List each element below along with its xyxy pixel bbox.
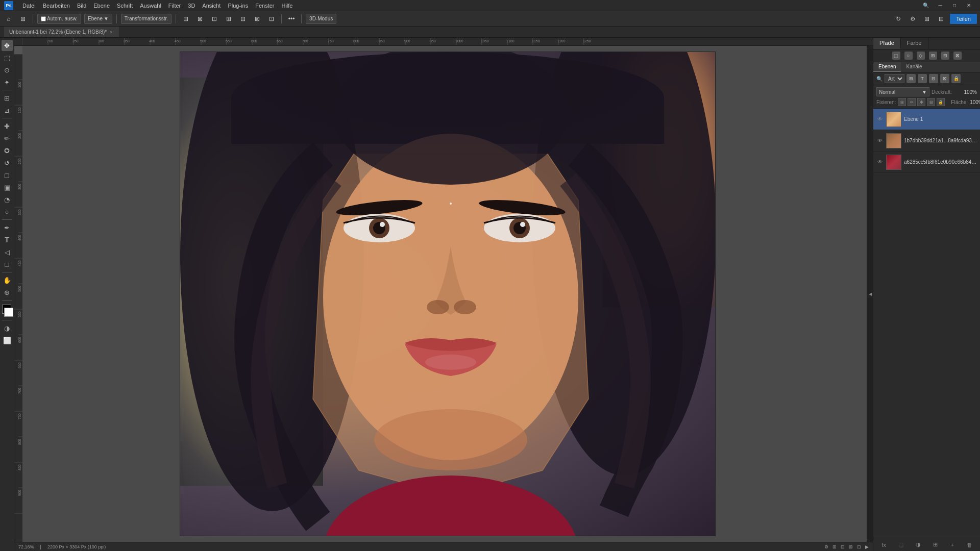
grid-icon[interactable]: ⊞: [921, 13, 933, 24]
text-tool[interactable]: T: [2, 234, 13, 245]
brush-tool[interactable]: ✏: [2, 133, 13, 144]
tab-pfade[interactable]: Pfade: [873, 38, 901, 49]
path-select-tool[interactable]: ◁: [2, 246, 13, 258]
screen-mode-tool[interactable]: ⬜: [2, 335, 13, 346]
auto-select-checkbox[interactable]: [41, 16, 46, 21]
tab-ebenen[interactable]: Ebenen: [873, 62, 901, 72]
align-middle-icon[interactable]: ⊟: [237, 13, 249, 24]
menu-item-auswahl[interactable]: Auswahl: [140, 3, 161, 9]
menu-item-datei[interactable]: Datei: [22, 3, 36, 9]
arrange-icon[interactable]: ⊟: [936, 13, 947, 24]
transform-dropdown[interactable]: Transformationsstr.: [121, 14, 172, 24]
minimize-btn[interactable]: ─: [933, 0, 947, 11]
layer-item-1[interactable]: 👁 1b7dbb39dd21a1...8a9fcda93d5e72: [873, 130, 980, 152]
layer-type-select[interactable]: Art: [885, 74, 904, 83]
tab-farbe[interactable]: Farbe: [901, 38, 928, 49]
right-panel-collapse[interactable]: ◀: [867, 46, 873, 542]
tool-options-icon[interactable]: ⊞: [17, 13, 29, 24]
opacity-value[interactable]: 100%: [959, 89, 977, 95]
panel-icon-3[interactable]: ◇: [917, 52, 925, 60]
document-tab[interactable]: Unbenannt-1 bei 72,2% (Ebene 1, RGB/8)* …: [4, 27, 118, 37]
align-left-icon[interactable]: ⊟: [180, 13, 191, 24]
document-tab-close[interactable]: ×: [110, 30, 112, 35]
menu-item-bearbeiten[interactable]: Bearbeiten: [43, 3, 70, 9]
layer-adjustment-btn[interactable]: ◑: [914, 540, 923, 549]
delete-layer-btn[interactable]: 🗑: [965, 540, 974, 549]
lock-pixels-btn[interactable]: ✏: [908, 98, 916, 106]
menu-item-hilfe[interactable]: Hilfe: [281, 3, 292, 9]
blur-tool[interactable]: ◔: [2, 194, 13, 205]
menu-item-ebene[interactable]: Ebene: [93, 3, 110, 9]
zoom-tool[interactable]: ⊕: [2, 287, 13, 298]
settings-icon[interactable]: ⚙: [907, 13, 918, 24]
layer-item-0[interactable]: 👁 Ebene 1: [873, 109, 980, 130]
lock-all-btn[interactable]: 🔒: [937, 98, 945, 106]
shape-tool[interactable]: □: [2, 259, 13, 270]
search-btn[interactable]: 🔍: [919, 0, 933, 11]
lock-position-btn[interactable]: ✥: [917, 98, 925, 106]
layer-search-icon-2[interactable]: ⊞: [906, 74, 916, 83]
menu-item-fenster[interactable]: Fenster: [255, 3, 274, 9]
auto-select-btn[interactable]: Autom. ausw.: [37, 14, 81, 24]
crop-tool[interactable]: ⊞: [2, 92, 13, 104]
align-right-icon[interactable]: ⊡: [209, 13, 220, 24]
stamp-tool[interactable]: ✪: [2, 145, 13, 156]
quick-mask-tool[interactable]: ◑: [2, 322, 13, 334]
lock-transparent-btn[interactable]: ⊞: [898, 98, 906, 106]
menu-item-schrift[interactable]: Schrift: [117, 3, 133, 9]
align-bottom-icon[interactable]: ⊠: [252, 13, 263, 24]
layer-search-icon-6[interactable]: 🔒: [951, 74, 961, 83]
layer-group-btn[interactable]: ⊞: [930, 540, 940, 549]
status-icon-3[interactable]: ⊟: [841, 544, 845, 549]
layer-dropdown[interactable]: Ebene ▼: [84, 14, 112, 24]
layer-1-visibility[interactable]: 👁: [876, 138, 884, 143]
pen-tool[interactable]: ✒: [2, 222, 13, 233]
blend-mode-dropdown[interactable]: Normal ▼: [876, 87, 929, 96]
select-tool[interactable]: ⬚: [2, 52, 13, 63]
more-options-icon[interactable]: •••: [286, 13, 297, 24]
distribute-icon[interactable]: ⊡: [266, 13, 277, 24]
maximize-btn[interactable]: □: [947, 0, 962, 11]
dodge-tool[interactable]: ○: [2, 206, 13, 217]
panel-icon-5[interactable]: ⊟: [941, 52, 949, 60]
home-button[interactable]: ⌂: [3, 13, 14, 24]
layer-item-2[interactable]: 👁 a6285cc5fb8f61e0b90e66b8426d1b e7: [873, 152, 980, 173]
status-icon-4[interactable]: ⊠: [849, 544, 853, 549]
healing-tool[interactable]: ✚: [2, 120, 13, 132]
layer-style-btn[interactable]: fx: [879, 540, 889, 549]
status-icon-1[interactable]: ⚙: [824, 544, 828, 549]
menu-item-plugins[interactable]: Plug-ins: [228, 3, 248, 9]
canvas-image[interactable]: [22, 46, 873, 542]
layer-search-icon-3[interactable]: T: [918, 74, 927, 83]
menu-item-3d[interactable]: 3D: [188, 3, 195, 9]
layer-mask-btn[interactable]: ⬚: [896, 540, 905, 549]
menu-item-ansicht[interactable]: Ansicht: [202, 3, 220, 9]
hand-tool[interactable]: ✋: [2, 274, 13, 286]
rotate-icon[interactable]: ↻: [893, 13, 904, 24]
panel-icon-2[interactable]: ○: [904, 52, 913, 60]
panel-icon-4[interactable]: ⊞: [929, 52, 937, 60]
close-btn[interactable]: ✕: [962, 0, 976, 11]
history-brush-tool[interactable]: ↺: [2, 157, 13, 168]
align-center-icon[interactable]: ⊠: [194, 13, 206, 24]
tab-kanaele[interactable]: Kanäle: [901, 62, 927, 72]
layer-search-icon-5[interactable]: ⊠: [940, 74, 949, 83]
new-layer-btn[interactable]: +: [948, 540, 957, 549]
menu-item-filter[interactable]: Filter: [168, 3, 181, 9]
layer-2-visibility[interactable]: 👁: [876, 159, 884, 165]
background-color[interactable]: [4, 308, 13, 317]
gradient-tool[interactable]: ▣: [2, 182, 13, 193]
layer-search-icon-4[interactable]: ⊟: [929, 74, 938, 83]
eraser-tool[interactable]: ◻: [2, 169, 13, 181]
share-button[interactable]: Teilen: [950, 14, 977, 24]
panel-icon-1[interactable]: ⬚: [892, 52, 900, 60]
status-more[interactable]: ▶: [865, 544, 869, 549]
layer-0-visibility[interactable]: 👁: [876, 116, 884, 122]
lasso-tool[interactable]: ⊙: [2, 64, 13, 76]
canvas-content[interactable]: 100 150 200 250 300 350 400 450 500 550 …: [14, 46, 873, 542]
fill-value[interactable]: 100%: [970, 99, 980, 105]
menu-item-bild[interactable]: Bild: [77, 3, 86, 9]
align-top-icon[interactable]: ⊞: [223, 13, 234, 24]
panel-icon-6[interactable]: ⊠: [953, 52, 962, 60]
status-icon-5[interactable]: ⊡: [857, 544, 861, 549]
